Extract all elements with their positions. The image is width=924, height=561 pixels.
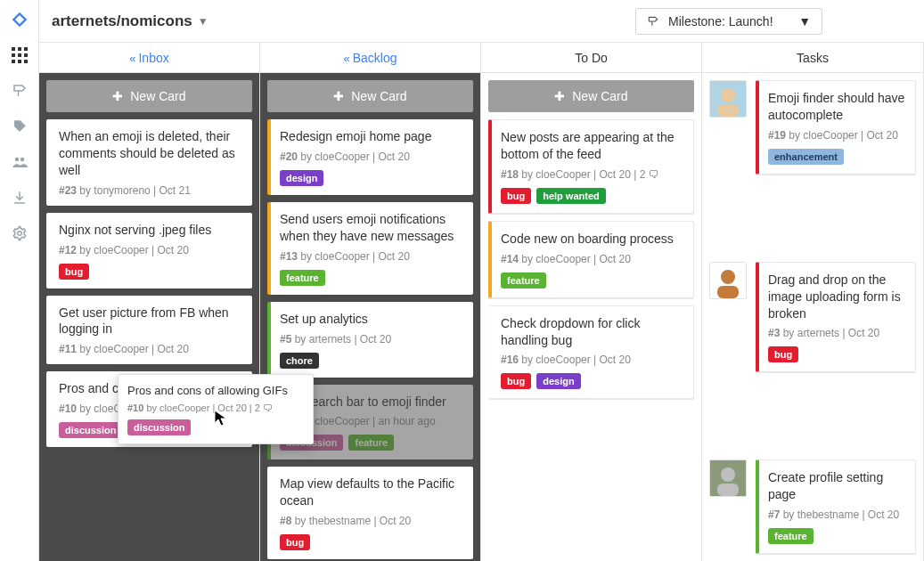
column-header[interactable]: «Inbox: [39, 43, 259, 73]
svg-rect-4: [18, 53, 21, 57]
new-card-button[interactable]: ✚ New Card: [267, 80, 473, 112]
users-icon[interactable]: [11, 153, 29, 171]
card-meta: #19 by cloeCooper | Oct 20: [768, 129, 906, 142]
gear-icon[interactable]: [11, 224, 29, 242]
card-meta: #11 by cloeCooper | Oct 20: [59, 343, 243, 355]
label-discussion: discussion: [59, 422, 122, 438]
column-backlog: «Backlog ✚ New CardRedesign emoji home p…: [260, 43, 481, 561]
label-design: design: [536, 373, 580, 389]
column-header[interactable]: «Backlog: [260, 43, 480, 73]
column-body: Emoji finder should have autocomplete#19…: [702, 73, 923, 561]
column-header[interactable]: Tasks: [702, 43, 923, 73]
svg-point-19: [721, 467, 735, 482]
label-bug: bug: [280, 534, 310, 550]
repo-breadcrumb[interactable]: arternets/nomicons ▼: [52, 12, 209, 30]
card[interactable]: Set up analytics#5 by arternets | Oct 20…: [267, 302, 473, 378]
drag-ghost-card[interactable]: Pros and cons of allowing GIFs #10 by cl…: [118, 374, 314, 444]
svg-point-11: [17, 232, 21, 236]
card-title: Get user picture from FB when logging in: [59, 305, 243, 338]
svg-point-16: [721, 270, 735, 284]
card-meta: #13 by cloeCooper | Oct 20: [280, 250, 464, 263]
topbar: arternets/nomicons ▼ Milestone: Launch! …: [39, 0, 924, 43]
label-bug: bug: [501, 188, 531, 204]
card[interactable]: Check dropdown for click handling bug#16…: [488, 305, 694, 400]
card-meta: #12 by cloeCooper | Oct 20: [59, 244, 243, 256]
caret-down-icon: ▼: [198, 15, 209, 28]
card-title: New posts are appearing at the bottom of…: [501, 129, 684, 163]
column-tasks: Tasks Emoji finder should have autocompl…: [702, 43, 924, 561]
svg-rect-7: [18, 60, 21, 63]
svg-rect-5: [24, 53, 28, 57]
label-chore: chore: [280, 353, 319, 369]
sidebar: [0, 0, 39, 561]
tag-icon[interactable]: [11, 118, 29, 135]
column-inbox: «Inbox ✚ New CardWhen an emoji is delete…: [39, 43, 260, 561]
card[interactable]: Code new on boarding process#14 by cloeC…: [488, 221, 694, 298]
svg-rect-17: [717, 286, 739, 298]
download-icon[interactable]: [11, 189, 29, 207]
task-row: Create profile setting page#7 by thebest…: [709, 459, 916, 554]
svg-rect-0: [12, 47, 15, 51]
card-meta: #5 by arternets | Oct 20: [280, 333, 464, 346]
card-meta: #18 by cloeCooper | Oct 20 | 2 🗨: [501, 168, 684, 181]
column-body: ✚ New CardRedesign emoji home page#20 by…: [260, 73, 480, 561]
column-header[interactable]: To Do: [481, 43, 701, 73]
svg-point-10: [20, 158, 24, 162]
card-meta: #8 by thebestname | Oct 20: [280, 515, 464, 527]
card[interactable]: Create profile setting page#7 by thebest…: [756, 459, 916, 554]
label-enhancement: enhancement: [768, 149, 844, 165]
card[interactable]: When an emoji is deleted, their comments…: [46, 119, 252, 206]
svg-rect-3: [12, 53, 15, 57]
label-feature: feature: [348, 435, 394, 451]
card[interactable]: Map view defaults to the Pacific ocean#8…: [267, 467, 473, 559]
card[interactable]: Nginx not serving .jpeg files#12 by cloe…: [46, 213, 252, 289]
card[interactable]: Get user picture from FB when logging in…: [46, 296, 252, 365]
label-bug: bug: [768, 346, 798, 362]
card-title: Redesign emoji home page: [280, 128, 464, 145]
logo-icon[interactable]: [11, 11, 29, 28]
card-title: Map view defaults to the Pacific ocean: [280, 476, 464, 509]
card-meta: #10 by cloeCooper | Oct 20 | 2 🗨: [127, 402, 304, 413]
svg-rect-20: [717, 484, 739, 496]
milestone-dropdown[interactable]: Milestone: Launch! ▼: [635, 8, 822, 35]
card-meta: #16 by cloeCooper | Oct 20: [501, 354, 684, 366]
card[interactable]: Send users emoji notifications when they…: [267, 202, 473, 295]
grid-icon[interactable]: [11, 46, 29, 64]
card[interactable]: Redesign emoji home page#20 by cloeCoope…: [267, 119, 473, 195]
card-meta: #3 by arternets | Oct 20: [768, 327, 906, 339]
avatar[interactable]: [709, 262, 747, 299]
column-title: Tasks: [797, 51, 829, 65]
breadcrumb-text: arternets/nomicons: [52, 12, 192, 30]
new-card-button[interactable]: ✚ New Card: [46, 80, 252, 112]
card-title: Check dropdown for click handling bug: [501, 315, 684, 349]
label-feature: feature: [768, 528, 814, 544]
card-title: Drag and drop on the image uploading for…: [768, 272, 906, 322]
task-row: Emoji finder should have autocomplete#19…: [709, 80, 916, 175]
card[interactable]: Emoji finder should have autocomplete#19…: [756, 80, 916, 175]
card-title: Set up analytics: [280, 311, 464, 328]
milestone-label: Milestone: Launch!: [668, 14, 773, 28]
svg-rect-1: [18, 47, 21, 51]
avatar[interactable]: [709, 459, 747, 497]
card[interactable]: Drag and drop on the image uploading for…: [756, 262, 916, 373]
svg-rect-2: [24, 47, 28, 51]
column-title: Backlog: [353, 51, 397, 65]
svg-rect-14: [717, 104, 739, 117]
card-title: Emoji finder should have autocomplete: [768, 90, 906, 124]
label-bug: bug: [501, 373, 531, 389]
svg-rect-8: [24, 60, 28, 63]
card-meta: #7 by thebestname | Oct 20: [768, 508, 906, 521]
new-card-button[interactable]: ✚ New Card: [488, 80, 694, 112]
milestone-sign-icon[interactable]: [11, 82, 29, 100]
card[interactable]: New posts are appearing at the bottom of…: [488, 119, 694, 214]
card-meta: #20 by cloeCooper | Oct 20: [280, 150, 464, 163]
label-bug: bug: [59, 264, 89, 280]
label-help_wanted: help wanted: [536, 188, 606, 204]
caret-down-icon: ▼: [798, 14, 811, 28]
milestone-sign-icon: [647, 15, 659, 28]
svg-point-9: [14, 158, 19, 162]
avatar[interactable]: [709, 80, 747, 118]
column-body: ✚ New CardNew posts are appearing at the…: [481, 73, 701, 561]
card-title: Nginx not serving .jpeg files: [59, 222, 243, 239]
card-title: Send users emoji notifications when they…: [280, 211, 464, 245]
